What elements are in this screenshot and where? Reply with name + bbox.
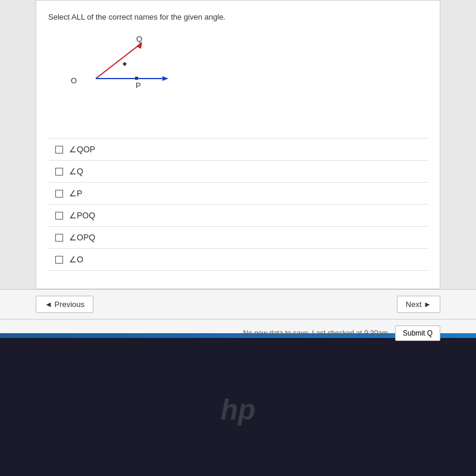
question-text: Select ALL of the correct names for the …	[48, 12, 428, 21]
option-1-label: ∠QOP	[69, 145, 95, 154]
option-3[interactable]: ∠P	[48, 182, 428, 204]
checkbox-4[interactable]	[55, 212, 63, 220]
option-6[interactable]: ∠O	[48, 248, 428, 271]
checkbox-6[interactable]	[55, 256, 63, 264]
question-container: Select ALL of the correct names for the …	[36, 0, 440, 289]
checkbox-1[interactable]	[55, 146, 63, 154]
option-5-label: ∠OPQ	[69, 233, 95, 242]
submit-button[interactable]: Submit Q	[395, 325, 440, 341]
option-3-label: ∠P	[69, 189, 82, 198]
option-4[interactable]: ∠POQ	[48, 204, 428, 226]
blue-tick	[135, 77, 138, 80]
p-label: P	[136, 81, 141, 90]
checkbox-2[interactable]	[55, 168, 63, 176]
status-message: No new data to save. Last checked at 9:3…	[243, 329, 388, 337]
option-1[interactable]: ∠QOP	[48, 138, 428, 160]
q-label: Q	[136, 35, 142, 43]
vertex-label: O	[71, 76, 77, 85]
option-5[interactable]: ∠OPQ	[48, 226, 428, 248]
angle-diagram: O Q P	[66, 31, 185, 126]
diagram-area: O Q P	[66, 31, 185, 126]
option-4-label: ∠POQ	[69, 211, 95, 220]
hp-logo: hp	[221, 393, 256, 426]
option-2[interactable]: ∠Q	[48, 160, 428, 182]
option-2-label: ∠Q	[69, 167, 83, 176]
checkbox-5[interactable]	[55, 234, 63, 242]
previous-button[interactable]: ◄ Previous	[36, 296, 93, 313]
option-6-label: ∠O	[69, 255, 83, 264]
svg-line-0	[96, 44, 140, 79]
navigation-bar: ◄ Previous Next ►	[0, 289, 476, 319]
checkbox-3[interactable]	[55, 190, 63, 198]
next-button[interactable]: Next ►	[397, 296, 440, 313]
blue-arrow	[162, 76, 168, 81]
red-tick	[123, 62, 127, 66]
options-list: ∠QOP ∠Q ∠P ∠POQ ∠OPQ ∠O	[48, 138, 428, 271]
dark-area: hp	[0, 338, 476, 476]
